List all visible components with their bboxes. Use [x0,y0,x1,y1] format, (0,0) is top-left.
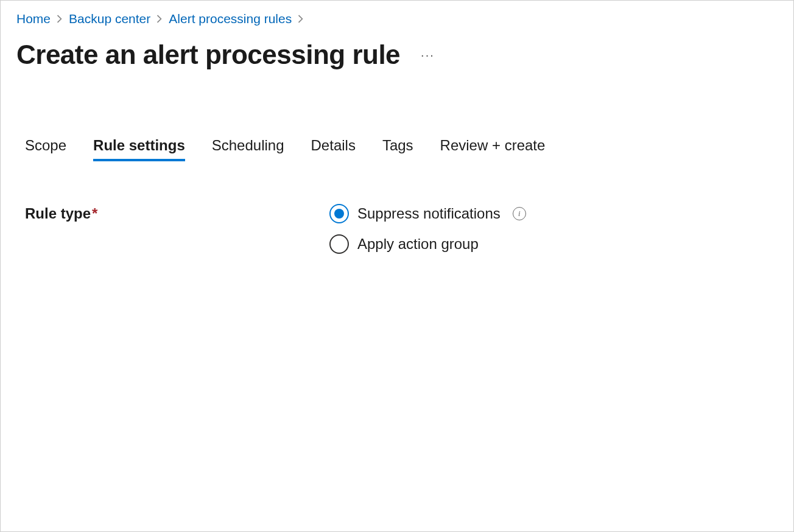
radio-button-icon [329,204,349,223]
more-actions-icon[interactable]: ··· [417,45,438,65]
tab-tags[interactable]: Tags [382,137,413,161]
radio-button-icon [329,234,349,254]
tabs: Scope Rule settings Scheduling Details T… [16,137,778,161]
chevron-right-icon [156,15,163,23]
rule-type-label-text: Rule type [25,205,91,222]
page-title: Create an alert processing rule [16,40,400,70]
tab-scheduling[interactable]: Scheduling [212,137,284,161]
breadcrumb-backup-center[interactable]: Backup center [69,12,150,26]
tab-review-create[interactable]: Review + create [440,137,546,161]
breadcrumb: Home Backup center Alert processing rule… [16,12,778,26]
radio-suppress-label: Suppress notifications [357,205,501,222]
rule-type-radio-group: Suppress notifications i Apply action gr… [329,204,526,254]
chevron-right-icon [57,15,63,23]
breadcrumb-alert-processing-rules[interactable]: Alert processing rules [169,12,292,26]
rule-type-label: Rule type* [25,204,329,222]
form-row-rule-type: Rule type* Suppress notifications i Appl… [16,204,778,254]
tab-scope[interactable]: Scope [25,137,66,161]
radio-apply-action-group[interactable]: Apply action group [329,234,526,254]
tab-details[interactable]: Details [311,137,356,161]
chevron-right-icon [298,15,304,23]
info-icon[interactable]: i [513,207,526,220]
radio-apply-label: Apply action group [357,236,479,253]
title-row: Create an alert processing rule ··· [16,40,778,70]
breadcrumb-home[interactable]: Home [16,12,51,26]
radio-suppress-notifications[interactable]: Suppress notifications i [329,204,526,223]
required-mark: * [92,205,97,222]
tab-rule-settings[interactable]: Rule settings [93,137,185,161]
